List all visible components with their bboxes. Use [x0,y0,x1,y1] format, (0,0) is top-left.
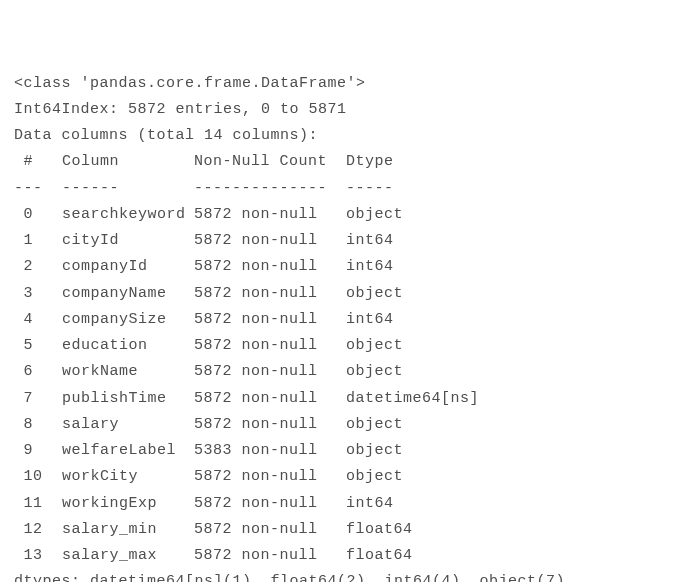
cell-dt: float64 [346,517,413,543]
cell-col: companySize [62,307,194,333]
cell-idx: 13 [14,543,62,569]
cell-dt: object [346,202,403,228]
cell-col: workName [62,359,194,385]
cell-dt: int64 [346,491,394,517]
cell-idx: 3 [14,281,62,307]
cell-nn: 5872 non-null [194,517,346,543]
cell-idx: 8 [14,412,62,438]
table-row: 1 cityId5872 non-nullint64 [14,228,686,254]
table-row: 7 publishTime5872 non-nulldatetime64[ns] [14,386,686,412]
cell-dt: object [346,281,403,307]
cell-dt: object [346,438,403,464]
cell-col: salary [62,412,194,438]
cell-nn: 5872 non-null [194,228,346,254]
cell-dt: datetime64[ns] [346,386,479,412]
cell-dt: object [346,464,403,490]
header-col: Column [62,149,194,175]
cell-idx: 7 [14,386,62,412]
cell-idx: 9 [14,438,62,464]
rule-nn: -------------- [194,176,346,202]
cell-nn: 5383 non-null [194,438,346,464]
cell-dt: object [346,333,403,359]
table-row: 12salary_min5872 non-nullfloat64 [14,517,686,543]
cell-col: cityId [62,228,194,254]
class-line: <class 'pandas.core.frame.DataFrame'> [14,71,686,97]
cell-col: companyName [62,281,194,307]
cell-nn: 5872 non-null [194,202,346,228]
cell-dt: float64 [346,543,413,569]
rule-idx: --- [14,176,62,202]
cell-idx: 5 [14,333,62,359]
table-row: 5 education5872 non-nullobject [14,333,686,359]
cell-idx: 11 [14,491,62,517]
table-row: 2 companyId5872 non-nullint64 [14,254,686,280]
cell-idx: 4 [14,307,62,333]
cell-nn: 5872 non-null [194,359,346,385]
cell-dt: int64 [346,228,394,254]
df-info-output: <class 'pandas.core.frame.DataFrame'>Int… [14,71,686,583]
dtypes-line: dtypes: datetime64[ns](1), float64(2), i… [14,569,686,582]
cell-idx: 6 [14,359,62,385]
header-dt: Dtype [346,149,394,175]
cell-dt: int64 [346,307,394,333]
header-nn: Non-Null Count [194,149,346,175]
cell-dt: int64 [346,254,394,280]
cell-dt: object [346,412,403,438]
cell-col: workCity [62,464,194,490]
table-row: 0 searchkeyword5872 non-nullobject [14,202,686,228]
column-header-row: # ColumnNon-Null CountDtype [14,149,686,175]
cell-col: workingExp [62,491,194,517]
cell-col: education [62,333,194,359]
table-row: 3 companyName5872 non-nullobject [14,281,686,307]
cell-nn: 5872 non-null [194,386,346,412]
table-row: 10workCity5872 non-nullobject [14,464,686,490]
table-row: 8 salary5872 non-nullobject [14,412,686,438]
rule-col: ------ [62,176,194,202]
cell-nn: 5872 non-null [194,491,346,517]
cell-idx: 12 [14,517,62,543]
cell-nn: 5872 non-null [194,333,346,359]
cell-nn: 5872 non-null [194,254,346,280]
cell-nn: 5872 non-null [194,464,346,490]
header-idx: # [14,149,62,175]
cell-nn: 5872 non-null [194,412,346,438]
cell-col: welfareLabel [62,438,194,464]
cell-idx: 1 [14,228,62,254]
cell-col: publishTime [62,386,194,412]
table-row: 9 welfareLabel5383 non-nullobject [14,438,686,464]
cell-idx: 10 [14,464,62,490]
cell-idx: 2 [14,254,62,280]
cell-dt: object [346,359,403,385]
table-row: 6 workName5872 non-nullobject [14,359,686,385]
cell-col: salary_max [62,543,194,569]
table-row: 4 companySize5872 non-nullint64 [14,307,686,333]
rule-dt: ----- [346,176,394,202]
columns-line: Data columns (total 14 columns): [14,123,686,149]
index-line: Int64Index: 5872 entries, 0 to 5871 [14,97,686,123]
cell-nn: 5872 non-null [194,281,346,307]
table-row: 13salary_max5872 non-nullfloat64 [14,543,686,569]
cell-col: searchkeyword [62,202,194,228]
cell-nn: 5872 non-null [194,307,346,333]
cell-idx: 0 [14,202,62,228]
cell-col: salary_min [62,517,194,543]
column-rule-row: ---------------------------- [14,176,686,202]
table-row: 11workingExp5872 non-nullint64 [14,491,686,517]
cell-col: companyId [62,254,194,280]
cell-nn: 5872 non-null [194,543,346,569]
